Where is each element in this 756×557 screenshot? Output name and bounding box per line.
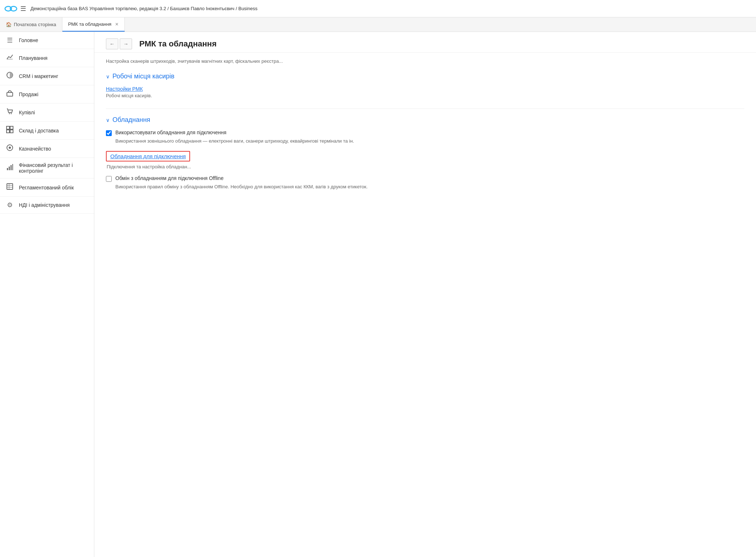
- sidebar-label-ndi: НДІ і адміністрування: [19, 202, 70, 208]
- equipment-link[interactable]: Обладнання для підключення: [110, 153, 186, 159]
- cashier-row-1: Настройки РМК Робочі місця касирів.: [106, 86, 744, 98]
- regulated-icon: [6, 183, 14, 192]
- equipment-link-highlighted-box: Обладнання для підключення: [106, 151, 190, 161]
- topbar: ☰ Демонстраційна база BAS Управління тор…: [0, 0, 756, 17]
- sidebar-label-sales: Продажі: [19, 91, 38, 97]
- svg-rect-8: [10, 126, 13, 129]
- svg-rect-10: [10, 130, 13, 133]
- svg-rect-15: [11, 165, 12, 170]
- nav-buttons: ← →: [106, 38, 132, 49]
- content-header: ← → РМК та обладнання: [94, 32, 756, 53]
- sidebar-item-planning[interactable]: Планування: [0, 49, 94, 67]
- sidebar-item-sales[interactable]: Продажі: [0, 85, 94, 103]
- use-equipment-checkbox[interactable]: [106, 130, 112, 136]
- app-logo: [4, 4, 17, 13]
- tab-rmk[interactable]: РМК та обладнання ✕: [62, 17, 125, 32]
- sidebar-item-home[interactable]: ☰ Головне: [0, 32, 94, 49]
- treasury-icon: [6, 144, 14, 153]
- hamburger-icon[interactable]: ☰: [20, 5, 26, 13]
- equipment-checkbox-row-2: Обмін з обладнанням для підключення Offl…: [106, 175, 744, 182]
- tab-home-label: Початкова сторінка: [14, 22, 56, 27]
- svg-rect-9: [7, 130, 9, 133]
- warehouse-icon: [6, 126, 14, 135]
- section-divider: [106, 108, 744, 109]
- svg-rect-13: [7, 168, 8, 170]
- page-subtitle: Настройка сканерів штрихкодів, зчитувачі…: [106, 58, 744, 64]
- purchases-icon: [6, 108, 14, 117]
- svg-rect-4: [7, 93, 13, 96]
- forward-button[interactable]: →: [120, 38, 132, 49]
- sidebar-item-finance[interactable]: Фінансовий результат і контролінг: [0, 158, 94, 179]
- section-cashier-header: ∨ Робочі місця касирів: [106, 73, 744, 80]
- rmk-settings-link[interactable]: Настройки РМК: [106, 86, 143, 92]
- svg-rect-7: [7, 126, 9, 129]
- crm-icon: [6, 71, 14, 81]
- svg-rect-16: [12, 164, 13, 170]
- sidebar-label-finance: Фінансовий результат і контролінг: [19, 162, 88, 174]
- sidebar-item-regulated[interactable]: Регламентований облік: [0, 179, 94, 197]
- content-body: Настройка сканерів штрихкодів, зчитувачі…: [94, 53, 756, 205]
- sidebar-label-regulated: Регламентований облік: [19, 185, 74, 191]
- finance-icon: [6, 164, 14, 173]
- cashier-row-1-desc: Робочі місця касирів.: [106, 93, 744, 98]
- section-equipment: ∨ Обладнання Використовувати обладнання …: [106, 116, 744, 189]
- equipment-link-desc: Підключення та настройка обладнан...: [107, 164, 744, 169]
- offline-exchange-desc: Використання правил обміну з обладнанням…: [115, 184, 744, 189]
- sidebar-item-purchases[interactable]: Купівлі: [0, 103, 94, 122]
- section-cashier: ∨ Робочі місця касирів Настройки РМК Роб…: [106, 73, 744, 98]
- sidebar-item-warehouse[interactable]: Склад і доставка: [0, 122, 94, 140]
- menu-icon: ☰: [6, 36, 14, 44]
- chevron-down-icon: ∨: [106, 74, 110, 79]
- page-title: РМК та обладнання: [139, 39, 217, 49]
- offline-exchange-label: Обмін з обладнанням для підключення Offl…: [115, 175, 223, 181]
- tab-home[interactable]: 🏠 Початкова сторінка: [0, 17, 62, 32]
- equipment-checkbox-row-1: Використовувати обладнання для підключен…: [106, 130, 744, 136]
- svg-rect-17: [7, 184, 13, 189]
- back-button[interactable]: ←: [106, 38, 118, 49]
- sidebar-item-ndi[interactable]: ⚙ НДІ і адміністрування: [0, 197, 94, 214]
- topbar-title: Демонстраційна база BAS Управління торгі…: [30, 6, 752, 11]
- sidebar-label-treasury: Казначейство: [19, 146, 51, 152]
- home-icon: 🏠: [6, 22, 12, 27]
- main-layout: ☰ Головне Планування CRM і маркетинг: [0, 32, 756, 557]
- sidebar-item-crm[interactable]: CRM і маркетинг: [0, 67, 94, 85]
- ndi-icon: ⚙: [6, 201, 14, 209]
- sidebar-label-home: Головне: [19, 37, 38, 43]
- tabbar: 🏠 Початкова сторінка РМК та обладнання ✕: [0, 17, 756, 32]
- sales-icon: [6, 90, 14, 99]
- sidebar-label-crm: CRM і маркетинг: [19, 73, 58, 79]
- svg-rect-14: [9, 167, 10, 170]
- sidebar-item-treasury[interactable]: Казначейство: [0, 140, 94, 158]
- sidebar-label-purchases: Купівлі: [19, 110, 35, 115]
- use-equipment-desc: Використання зовнішнього обладнання — ел…: [115, 138, 744, 144]
- offline-exchange-checkbox[interactable]: [106, 176, 112, 182]
- section-equipment-header: ∨ Обладнання: [106, 116, 744, 124]
- logo-area: ☰: [4, 4, 26, 13]
- section-equipment-title[interactable]: Обладнання: [112, 116, 150, 124]
- use-equipment-label: Використовувати обладнання для підключен…: [115, 130, 226, 135]
- svg-point-5: [9, 113, 10, 114]
- sidebar-label-warehouse: Склад і доставка: [19, 128, 59, 134]
- section-cashier-title[interactable]: Робочі місця касирів: [112, 73, 174, 80]
- sidebar: ☰ Головне Планування CRM і маркетинг: [0, 32, 94, 557]
- tab-rmk-label: РМК та обладнання: [68, 21, 112, 27]
- svg-point-6: [11, 113, 12, 114]
- tab-close-icon[interactable]: ✕: [115, 22, 119, 27]
- planning-icon: [6, 53, 14, 62]
- main-content: ← → РМК та обладнання Настройка сканерів…: [94, 32, 756, 557]
- chevron-down-icon-2: ∨: [106, 117, 110, 123]
- svg-point-12: [9, 147, 11, 149]
- sidebar-label-planning: Планування: [19, 55, 48, 61]
